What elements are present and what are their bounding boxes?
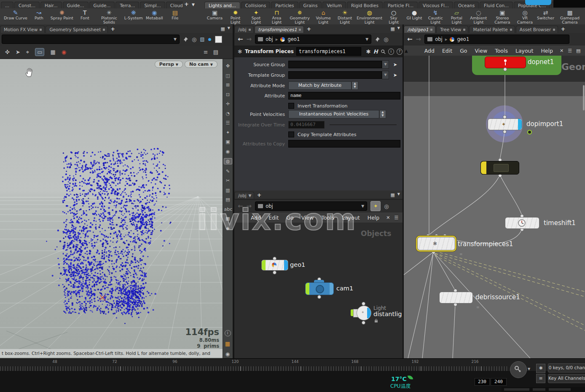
- shelf-tool[interactable]: ◉Metaball: [144, 9, 165, 20]
- menu-item[interactable]: Layout: [512, 47, 537, 55]
- select-arrow-icon[interactable]: ➤: [393, 72, 397, 78]
- viewport-tool-icon[interactable]: ⌖: [26, 49, 29, 56]
- shelf-tool[interactable]: ▩Gamepad Camera: [556, 9, 584, 24]
- back-icon[interactable]: ←: [238, 35, 243, 43]
- menu-item[interactable]: Help: [537, 47, 557, 55]
- close-icon[interactable]: [249, 29, 251, 31]
- node-geo1[interactable]: [261, 260, 288, 271]
- breadcrumb-child[interactable]: geo1: [287, 36, 300, 42]
- shelf-tool[interactable]: ▣Stereo Camera: [490, 9, 515, 24]
- node-output-dot[interactable]: [503, 67, 507, 71]
- shelf-tab[interactable]: Rigid Bodies: [347, 2, 383, 8]
- pin-icon[interactable]: [183, 37, 188, 42]
- shelf-tool[interactable]: ↯Caustic Light: [425, 9, 446, 24]
- pane-tab[interactable]: /obj: [234, 26, 254, 33]
- viewport-tool-icon[interactable]: ▤: [213, 49, 218, 55]
- attribute-field[interactable]: name: [288, 92, 400, 99]
- select-arrow-icon[interactable]: ➤: [393, 62, 397, 67]
- viewport-side-icon[interactable]: ⊞: [224, 82, 232, 88]
- viewport-side-icon[interactable]: ⊡: [224, 92, 232, 97]
- keys-status-button[interactable]: 0 keys, 0/0 chan: [548, 363, 585, 373]
- key-options-icon[interactable]: ≡: [536, 374, 545, 383]
- range-end-field[interactable]: 240: [491, 378, 507, 386]
- camera-path-field[interactable]: ▼: [2, 35, 180, 44]
- menu-item[interactable]: Edit: [265, 214, 282, 222]
- scene-viewport[interactable]: Persp ▼ No cam ▼ 114fps 8.80ms 9 prims 2…: [0, 59, 223, 358]
- pane-divider[interactable]: [403, 24, 404, 358]
- viewport-side-icon[interactable]: ✛: [224, 101, 232, 107]
- chevron-down-icon[interactable]: ▼: [365, 37, 368, 41]
- pane-splitter-icon[interactable]: ▲: [405, 48, 408, 53]
- viewport-side-icon[interactable]: ✂: [224, 178, 232, 183]
- tree-icon[interactable]: ☰: [393, 215, 400, 220]
- pane-layout-icon[interactable]: ▦: [390, 192, 394, 198]
- shelf-tab[interactable]: Viscous Fl...: [419, 2, 453, 8]
- node-dark-file[interactable]: [480, 161, 519, 175]
- menu-item[interactable]: Help: [364, 214, 384, 222]
- grid-icon[interactable]: ▦: [583, 48, 585, 54]
- forward-icon[interactable]: →: [247, 35, 252, 43]
- new-tab-icon[interactable]: +: [255, 192, 264, 199]
- shelf-tool[interactable]: ●GI Light: [404, 9, 425, 20]
- template-group-field[interactable]: [288, 71, 382, 79]
- render-flag[interactable]: [284, 260, 288, 270]
- camera-eye-icon[interactable]: ◉: [225, 351, 230, 357]
- pane-tab[interactable]: transformpieces1: [255, 26, 304, 33]
- shelf-tool[interactable]: ◍Environment Light: [356, 9, 384, 24]
- display-flag[interactable]: [306, 283, 309, 295]
- forward-icon[interactable]: →: [416, 35, 421, 43]
- close-icon[interactable]: [510, 29, 512, 31]
- info-icon[interactable]: i: [225, 330, 231, 336]
- snapshot-grid-icon[interactable]: ▦: [225, 341, 230, 347]
- close-icon[interactable]: [299, 29, 301, 31]
- render-flag[interactable]: [518, 119, 522, 130]
- viewport-side-icon[interactable]: ✦: [224, 130, 232, 135]
- viewport-side-icon[interactable]: ☰: [224, 120, 232, 126]
- spinner-icon[interactable]: ▲▼: [379, 110, 386, 118]
- wrench-icon[interactable]: ✕: [558, 48, 565, 54]
- chevron-down-icon[interactable]: ▼: [397, 26, 400, 32]
- invert-checkbox[interactable]: [288, 103, 294, 109]
- shelf-tool[interactable]: ✎Draw Curve: [3, 9, 29, 20]
- menu-item[interactable]: Layout: [338, 214, 364, 222]
- close-icon[interactable]: [553, 29, 555, 31]
- pane-tab[interactable]: /obj▼: [234, 192, 254, 199]
- breadcrumb[interactable]: obj ▸ geo1: [424, 35, 569, 44]
- chevron-down-icon[interactable]: ▼: [397, 192, 400, 198]
- integrate-field[interactable]: 0.0416667: [288, 121, 325, 129]
- pane-tab[interactable]: Material Palette: [469, 26, 515, 33]
- shelf-tool[interactable]: ▤File: [165, 9, 185, 20]
- shelf-tool[interactable]: ⌂Volume Light: [312, 9, 334, 24]
- camera-menu-pill[interactable]: No cam ▼: [185, 61, 217, 68]
- chevron-down-icon[interactable]: ▼: [228, 26, 230, 32]
- node-distantlight[interactable]: ✦: [357, 306, 371, 320]
- shelf-tool[interactable]: ✵Geometry Light: [287, 9, 312, 24]
- shelf-tool[interactable]: ○Sky Light: [384, 9, 404, 24]
- radial-menu-icon[interactable]: ◎: [384, 36, 388, 43]
- viewport-tool-icon[interactable]: ▭: [35, 48, 44, 56]
- breadcrumb[interactable]: obj ▼: [255, 201, 367, 211]
- auto-key-icon[interactable]: ✱: [536, 364, 545, 373]
- attrs-to-copy-field[interactable]: [288, 140, 400, 148]
- node-output-dot[interactable]: [317, 295, 321, 299]
- chevron-down-icon[interactable]: ▼: [528, 367, 530, 371]
- viewport-side-icon[interactable]: abc: [224, 207, 232, 212]
- breadcrumb-root[interactable]: obj: [266, 36, 273, 42]
- shelf-tab[interactable]: Collisions: [241, 2, 270, 8]
- search-icon[interactable]: [381, 49, 386, 54]
- geo-network-canvas[interactable]: Geom: [404, 56, 585, 358]
- menu-item[interactable]: Tools: [491, 47, 512, 55]
- radial-menu-icon[interactable]: ◎: [384, 203, 389, 209]
- copy-template-checkbox[interactable]: [288, 132, 294, 137]
- source-group-field[interactable]: [288, 61, 382, 68]
- viewport-side-icon[interactable]: ▦: [224, 216, 232, 221]
- back-icon[interactable]: ←: [407, 35, 413, 43]
- menu-item[interactable]: Go: [282, 214, 297, 222]
- node-debrissource1[interactable]: [439, 292, 473, 303]
- gear-icon[interactable]: ✱: [366, 48, 371, 55]
- shelf-tool[interactable]: ☀Distant Light: [334, 9, 356, 24]
- shelf-add-icon[interactable]: +: [184, 1, 189, 7]
- new-tab-icon[interactable]: +: [109, 26, 118, 33]
- close-icon[interactable]: [40, 29, 42, 31]
- node-output-dot[interactable]: [362, 321, 365, 325]
